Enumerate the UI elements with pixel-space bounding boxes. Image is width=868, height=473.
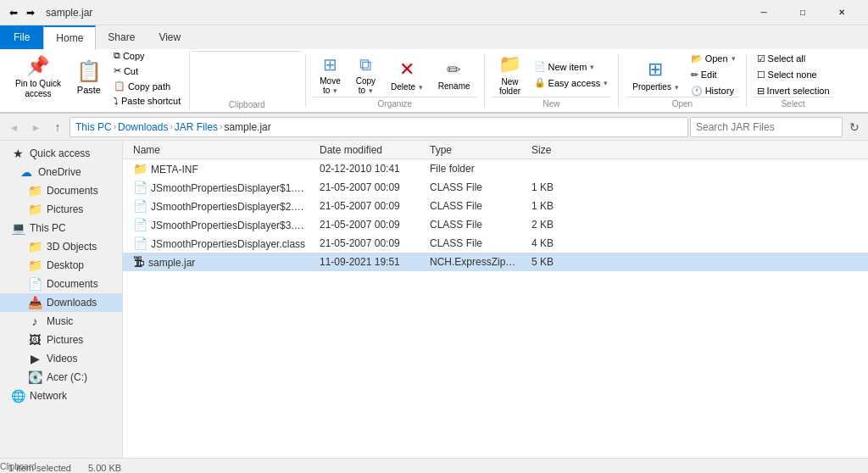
tab-view[interactable]: View xyxy=(147,25,192,49)
ribbon: File Home Share View 📌 Pin to Quickacces… xyxy=(0,25,868,114)
paste-shortcut-icon: ⤵ xyxy=(114,96,119,106)
open-button[interactable]: 📂 Open ▾ xyxy=(687,52,739,66)
forward-button[interactable]: ▸ xyxy=(25,117,46,137)
col-header-type[interactable]: Type xyxy=(423,144,525,156)
sidebar-item-3d-objects[interactable]: 📁 3D Objects xyxy=(0,237,122,256)
col-header-name[interactable]: Name xyxy=(126,144,313,156)
clipboard-group: 📌 Pin to Quickaccess 📋 Paste ⧉ Copy ✂ Cu… xyxy=(3,51,190,110)
pictures-icon-1: 📁 xyxy=(27,203,42,216)
file-list-header: Name Date modified Type Size xyxy=(123,141,868,159)
sidebar-item-quick-access[interactable]: ★ Quick access xyxy=(0,144,122,163)
sidebar-item-documents[interactable]: 📁 Documents xyxy=(0,181,122,200)
title-text: sample.jar xyxy=(46,7,92,19)
onedrive-icon: ☁ xyxy=(19,165,34,179)
file-area: Name Date modified Type Size 📁META-INF 0… xyxy=(123,141,868,458)
copy-button[interactable]: ⧉ Copy xyxy=(110,48,184,63)
refresh-button[interactable]: ↻ xyxy=(844,117,865,137)
tab-share[interactable]: Share xyxy=(96,25,147,49)
sidebar-item-network[interactable]: 🌐 Network xyxy=(0,387,122,405)
forward-icon[interactable]: ➡ xyxy=(24,6,37,19)
jar-file-icon: 🗜 xyxy=(133,255,145,269)
paste-shortcut-button[interactable]: ⤵ Paste shortcut xyxy=(110,94,184,108)
downloads-icon: 📥 xyxy=(27,296,42,309)
file-name-meta-inf: 📁META-INF xyxy=(126,162,313,175)
ribbon-tabs: File Home Share View xyxy=(0,25,868,49)
file-size-class3: 2 KB xyxy=(525,219,593,231)
copy-path-icon: 📋 xyxy=(114,81,125,92)
sidebar-item-desktop[interactable]: 📁 Desktop xyxy=(0,256,122,275)
clipboard-group-label: Clipboard xyxy=(197,100,297,109)
move-to-icon: ⊞ xyxy=(323,54,337,75)
invert-selection-button[interactable]: ⊟ Invert selection xyxy=(754,84,833,98)
new-item-button[interactable]: 📄 New item ▾ xyxy=(531,59,612,74)
file-type-class1: CLASS File xyxy=(423,181,525,193)
col-header-date[interactable]: Date modified xyxy=(313,144,423,156)
file-name-class1: 📄JSmoothPropertiesDisplayer$1.class xyxy=(126,181,313,194)
minimize-button[interactable]: ─ xyxy=(744,0,783,25)
rename-icon: ✏ xyxy=(447,59,461,80)
new-folder-icon: 📁 xyxy=(498,53,521,75)
divider-3 xyxy=(618,54,619,107)
breadcrumb-jar-files[interactable]: JAR Files xyxy=(175,121,218,133)
history-button[interactable]: 🕐 History xyxy=(687,84,739,98)
new-item-icon: 📄 xyxy=(534,61,546,72)
breadcrumb-downloads[interactable]: Downloads xyxy=(118,121,168,133)
invert-icon: ⊟ xyxy=(757,86,765,97)
file-row[interactable]: 📄JSmoothPropertiesDisplayer.class 21-05-… xyxy=(123,234,868,253)
tab-home[interactable]: Home xyxy=(43,25,96,50)
sidebar-item-pictures-2[interactable]: 🖼 Pictures xyxy=(0,331,122,349)
sidebar-item-downloads[interactable]: 📥 Downloads xyxy=(0,293,122,312)
file-name-class2: 📄JSmoothPropertiesDisplayer$2.class xyxy=(126,199,313,213)
paste-button[interactable]: 📋 Paste xyxy=(70,53,108,102)
move-to-button[interactable]: ⊞ Moveto ▾ xyxy=(313,53,347,97)
file-row-selected[interactable]: 🗜sample.jar 11-09-2021 19:51 NCH.Express… xyxy=(123,253,868,271)
properties-button[interactable]: ⊞ Properties ▾ xyxy=(626,53,685,97)
sidebar-item-this-pc[interactable]: 💻 This PC xyxy=(0,219,122,237)
pin-label: Pin to Quickaccess xyxy=(15,79,61,99)
sidebar-item-onedrive[interactable]: ☁ OneDrive xyxy=(0,163,122,181)
sidebar-item-pictures-1[interactable]: 📁 Pictures xyxy=(0,200,122,219)
back-icon[interactable]: ⬅ xyxy=(7,6,20,19)
sidebar-item-documents-2[interactable]: 📄 Documents xyxy=(0,275,122,293)
copy-path-button[interactable]: 📋 Copy path xyxy=(110,79,184,93)
file-row[interactable]: 📄JSmoothPropertiesDisplayer$2.class 21-0… xyxy=(123,197,868,215)
search-input[interactable] xyxy=(690,117,843,137)
network-icon: 🌐 xyxy=(10,389,25,403)
file-row[interactable]: 📁META-INF 02-12-2010 10:41 File folder xyxy=(123,159,868,178)
sidebar: ★ Quick access ☁ OneDrive 📁 Documents 📁 … xyxy=(0,141,123,458)
back-button[interactable]: ◂ xyxy=(3,117,24,137)
file-row[interactable]: 📄JSmoothPropertiesDisplayer$3.class 21-0… xyxy=(123,215,868,234)
sidebar-item-music[interactable]: ♪ Music xyxy=(0,312,122,331)
close-button[interactable]: ✕ xyxy=(822,0,861,25)
music-icon: ♪ xyxy=(27,314,42,328)
open-group: ⊞ Properties ▾ 📂 Open ▾ ✏ Edit 🕐 xyxy=(622,51,742,110)
file-name-sample-jar: 🗜sample.jar xyxy=(126,255,313,269)
rename-button[interactable]: ✏ Rename xyxy=(431,53,477,97)
up-button[interactable]: ↑ xyxy=(47,117,68,137)
copy-to-button[interactable]: ⧉ Copyto ▾ xyxy=(349,53,382,97)
file-type-class3: CLASS File xyxy=(423,219,525,231)
file-size-class1: 1 KB xyxy=(525,181,593,193)
delete-button[interactable]: ✕ Delete ▾ xyxy=(384,53,430,97)
address-bar: ◂ ▸ ↑ This PC › Downloads › JAR Files › … xyxy=(0,114,868,141)
pin-to-quick-access-button[interactable]: 📌 Pin to Quickaccess xyxy=(8,53,68,102)
organize-label: Organize xyxy=(313,97,476,109)
maximize-button[interactable]: □ xyxy=(783,0,822,25)
cut-button[interactable]: ✂ Cut xyxy=(110,64,184,78)
file-type-class2: CLASS File xyxy=(423,200,525,212)
breadcrumb-this-pc[interactable]: This PC xyxy=(75,121,112,133)
breadcrumb-bar[interactable]: This PC › Downloads › JAR Files › sample… xyxy=(70,117,688,137)
edit-button[interactable]: ✏ Edit xyxy=(687,68,739,82)
select-none-button[interactable]: ☐ Select none xyxy=(754,68,833,82)
select-all-button[interactable]: ☑ Select all xyxy=(754,52,833,66)
sidebar-item-acer[interactable]: 💽 Acer (C:) xyxy=(0,368,122,387)
paste-label: Paste xyxy=(77,85,101,95)
tab-file[interactable]: File xyxy=(0,25,43,49)
select-label: Select xyxy=(754,97,833,109)
new-folder-button[interactable]: 📁 Newfolder xyxy=(492,53,529,97)
col-header-size[interactable]: Size xyxy=(525,144,593,156)
easy-access-button[interactable]: 🔒 Easy access ▾ xyxy=(531,75,612,90)
clipboard-label: Clipboard xyxy=(0,462,36,471)
sidebar-item-videos[interactable]: ▶ Videos xyxy=(0,349,122,368)
file-row[interactable]: 📄JSmoothPropertiesDisplayer$1.class 21-0… xyxy=(123,178,868,197)
